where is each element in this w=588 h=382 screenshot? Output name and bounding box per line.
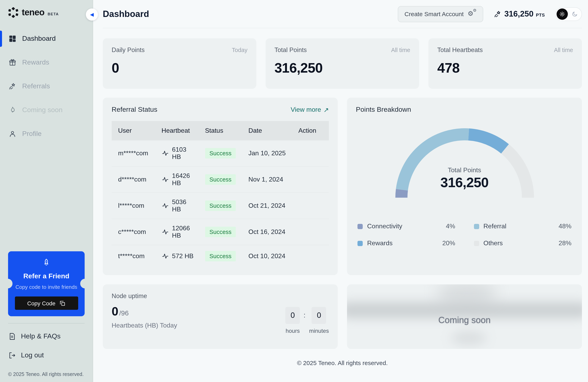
uptime-value: 0 (112, 305, 118, 318)
col-header-status: Status (198, 121, 242, 140)
document-icon (8, 332, 16, 340)
cell-heartbeat: 16426 HB (172, 172, 196, 187)
user-icon (8, 130, 17, 138)
table-row: l*****com 5036 HB Success Oct 21, 2024 (112, 193, 329, 219)
sidebar-divider (8, 323, 85, 323)
sidebar-item-label: Coming soon (22, 106, 63, 114)
stat-label: Total Heartbeats (437, 46, 483, 54)
node-uptime-title: Node uptime (112, 292, 329, 300)
status-badge: Success (205, 251, 236, 261)
cell-date: Nov 1, 2024 (242, 166, 292, 193)
cell-date: Oct 10, 2024 (242, 245, 292, 267)
sidebar-item-coming-soon[interactable]: Coming soon (8, 103, 85, 117)
legend-name: Referral (483, 223, 506, 230)
stat-value: 478 (437, 60, 573, 76)
stats-row: Daily Points Today 0 Total Points All ti… (103, 38, 582, 89)
col-header-date: Date (242, 121, 292, 140)
pulse-icon (162, 176, 169, 183)
app-root: teneo BETA Dashboard (0, 0, 588, 382)
stat-label: Daily Points (112, 46, 145, 54)
shooting-star-icon (8, 82, 17, 90)
dark-mode-button[interactable] (569, 9, 580, 19)
cell-user: c*****com (112, 219, 155, 245)
logo-text: teneo (22, 7, 44, 18)
main-content: Dashboard Create Smart Account ⚙⚙ 316,25… (93, 0, 588, 382)
dashboard-icon (8, 34, 17, 43)
sidebar-item-dashboard[interactable]: Dashboard (8, 31, 85, 46)
table-row: m*****com 6103 HB Success Jan 10, 2025 (112, 140, 329, 166)
shooting-star-icon (494, 10, 502, 18)
bottom-row: Node uptime 0 /96 Heartbeats (HB) Today … (103, 284, 582, 349)
points-breakdown-panel: Points Breakdown Total Points 316,250 Co… (347, 98, 582, 275)
pulse-icon (162, 150, 169, 157)
cell-action (292, 219, 329, 245)
rocket-icon (42, 258, 51, 267)
minutes-label: minutes (309, 328, 329, 334)
refer-title: Refer a Friend (14, 272, 79, 280)
referral-status-panel: Referral Status View more ↗ User Heartbe… (103, 98, 338, 275)
stat-value: 0 (112, 60, 248, 76)
stat-label: Total Points (274, 46, 307, 54)
uptime-total: /96 (119, 309, 128, 317)
sidebar: teneo BETA Dashboard (0, 0, 93, 382)
cell-heartbeat: 12066 HB (172, 225, 196, 239)
copy-code-label: Copy Code (27, 300, 55, 306)
status-badge: Success (205, 201, 236, 211)
sidebar-item-referrals[interactable]: Referrals (8, 79, 85, 94)
points-value: 316,250 (504, 9, 534, 19)
cell-action (292, 245, 329, 267)
help-faqs-link[interactable]: Help & FAQs (8, 332, 85, 340)
gift-icon (8, 58, 17, 67)
view-more-link[interactable]: View more ↗ (291, 106, 329, 113)
moon-icon (571, 11, 578, 17)
legend-pct: 4% (446, 223, 455, 230)
help-faqs-label: Help & FAQs (21, 332, 61, 340)
sidebar-nav: Dashboard Rewards (8, 31, 85, 141)
theme-toggle[interactable] (555, 7, 582, 21)
create-smart-account-label: Create Smart Account (404, 10, 463, 17)
legend-item-rewards: Rewards 20% (357, 240, 455, 247)
stat-period: Today (232, 47, 248, 53)
legend-item-connectivity: Connectivity 4% (357, 223, 455, 230)
blurred-blob (450, 331, 487, 345)
arrow-up-right-icon: ↗ (323, 106, 329, 113)
stat-value: 316,250 (274, 60, 410, 76)
footer-copyright: © 2025 Teneo. All rights reserved. (103, 360, 582, 366)
sidebar-item-label: Rewards (22, 59, 49, 67)
cell-action (292, 166, 329, 193)
hours-box: 0 (285, 307, 300, 324)
points-legend: Connectivity 4% Referral 48% Rewards 20% (357, 223, 571, 247)
cell-heartbeat: 6103 HB (172, 146, 196, 160)
legend-pct: 20% (442, 240, 455, 247)
stat-card-total-points: Total Points All time 316,250 (266, 38, 419, 89)
copy-code-button[interactable]: Copy Code (15, 296, 78, 310)
beta-badge: BETA (47, 12, 59, 16)
points-breakdown-title: Points Breakdown (356, 106, 411, 114)
referral-table: User Heartbeat Status Date Action m*****… (112, 121, 329, 267)
page-title: Dashboard (103, 9, 149, 19)
cell-heartbeat: 5036 HB (172, 199, 196, 213)
legend-pct: 28% (559, 240, 571, 247)
status-badge: Success (205, 174, 236, 185)
teneo-logo-icon (8, 7, 19, 18)
flame-icon (8, 106, 17, 114)
col-header-user: User (112, 121, 155, 140)
coming-soon-panel: Coming soon (347, 284, 582, 349)
points-unit: PTS (536, 13, 545, 17)
sidebar-item-rewards[interactable]: Rewards (8, 55, 85, 70)
sidebar-item-label: Referrals (22, 82, 50, 90)
logout-label: Log out (21, 351, 44, 360)
cell-date: Oct 21, 2024 (242, 193, 292, 219)
light-mode-button[interactable] (557, 8, 568, 20)
create-smart-account-button[interactable]: Create Smart Account ⚙⚙ (398, 6, 483, 22)
uptime-clock: 0 hours : 0 minutes (285, 307, 329, 334)
sidebar-item-profile[interactable]: Profile (8, 127, 85, 141)
logout-link[interactable]: Log out (8, 351, 85, 360)
legend-name: Connectivity (367, 223, 402, 230)
legend-item-referral: Referral 48% (474, 223, 571, 230)
pulse-icon (162, 252, 169, 260)
minutes-box: 0 (312, 307, 326, 324)
legend-name: Others (483, 240, 503, 247)
clock-separator: : (303, 307, 305, 324)
sidebar-collapse-button[interactable]: ◀ (86, 8, 98, 21)
